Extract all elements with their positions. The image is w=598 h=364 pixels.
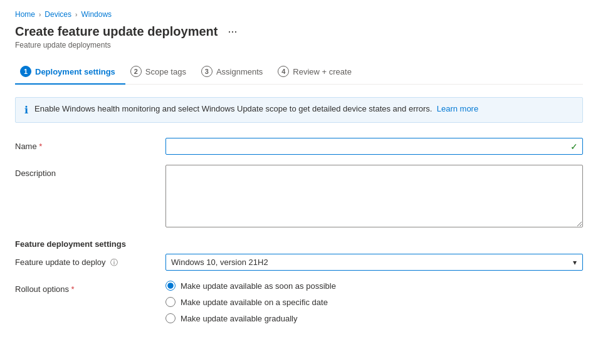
description-input[interactable] [165,165,583,227]
rollout-option-1-label: Make update available as soon as possibl… [181,281,336,291]
page-subtitle: Feature update deployments [15,41,583,49]
description-field-control [165,165,583,229]
rollout-option-3-label: Make update available gradually [181,314,297,323]
rollout-radio-1[interactable] [165,281,176,291]
breadcrumb: Home › Devices › Windows [15,10,583,19]
more-options-button[interactable]: ··· [224,24,241,39]
page-title-row: Create feature update deployment ··· [15,24,583,39]
step-1-label: Deployment settings [35,67,115,76]
feature-update-select-wrapper: Windows 10, version 21H2 Windows 10, ver… [165,254,583,271]
feature-update-select[interactable]: Windows 10, version 21H2 Windows 10, ver… [165,254,583,271]
step-1-circle: 1 [20,66,31,77]
step-4-label: Review + create [293,67,352,76]
steps-nav: 1 Deployment settings 2 Scope tags 3 Ass… [15,60,583,85]
step-deployment-settings[interactable]: 1 Deployment settings [15,60,125,85]
name-field-control: ✓ [165,138,583,155]
breadcrumb-sep-1: › [39,11,41,18]
rollout-radio-2[interactable] [165,297,176,307]
description-field-row: Description [15,165,583,229]
breadcrumb-devices[interactable]: Devices [45,10,71,19]
info-icon: ℹ [24,104,28,116]
step-scope-tags[interactable]: 2 Scope tags [125,60,196,85]
rollout-option-2[interactable]: Make update available on a specific date [165,297,583,307]
step-assignments[interactable]: 3 Assignments [196,60,273,85]
rollout-radio-group: Make update available as soon as possibl… [165,281,583,323]
feature-update-info-icon: ⓘ [110,258,118,267]
name-label: Name [15,138,165,151]
step-review-create[interactable]: 4 Review + create [273,60,362,85]
feature-update-control: Windows 10, version 21H2 Windows 10, ver… [165,254,583,271]
name-field-row: Name ✓ [15,138,583,155]
rollout-option-3[interactable]: Make update available gradually [165,313,583,323]
description-label: Description [15,165,165,178]
feature-update-label: Feature update to deploy ⓘ [15,254,165,268]
rollout-radio-3[interactable] [165,313,176,323]
step-2-label: Scope tags [145,67,186,76]
learn-more-link[interactable]: Learn more [437,104,478,113]
breadcrumb-windows[interactable]: Windows [81,10,112,19]
step-2-circle: 2 [130,66,142,77]
info-banner-text: Enable Windows health monitoring and sel… [34,104,478,113]
step-3-circle: 3 [201,66,212,77]
rollout-option-1[interactable]: Make update available as soon as possibl… [165,281,583,291]
breadcrumb-sep-2: › [75,11,77,18]
rollout-options-row: Rollout options Make update available as… [15,281,583,323]
rollout-options-control: Make update available as soon as possibl… [165,281,583,323]
feature-section-label: Feature deployment settings [15,239,126,249]
name-input-wrapper: ✓ [165,138,583,155]
step-4-circle: 4 [278,66,289,77]
feature-section-header: Feature deployment settings [15,239,583,249]
feature-section: Feature deployment settings Feature upda… [15,239,583,323]
feature-update-row: Feature update to deploy ⓘ Windows 10, v… [15,254,583,271]
page-title: Create feature update deployment [15,24,218,39]
breadcrumb-home[interactable]: Home [15,10,35,19]
rollout-option-2-label: Make update available on a specific date [181,298,328,307]
info-banner: ℹ Enable Windows health monitoring and s… [15,97,583,123]
name-check-icon: ✓ [570,142,578,152]
step-3-label: Assignments [216,67,263,76]
name-input[interactable] [165,138,583,155]
rollout-label: Rollout options [15,281,165,294]
